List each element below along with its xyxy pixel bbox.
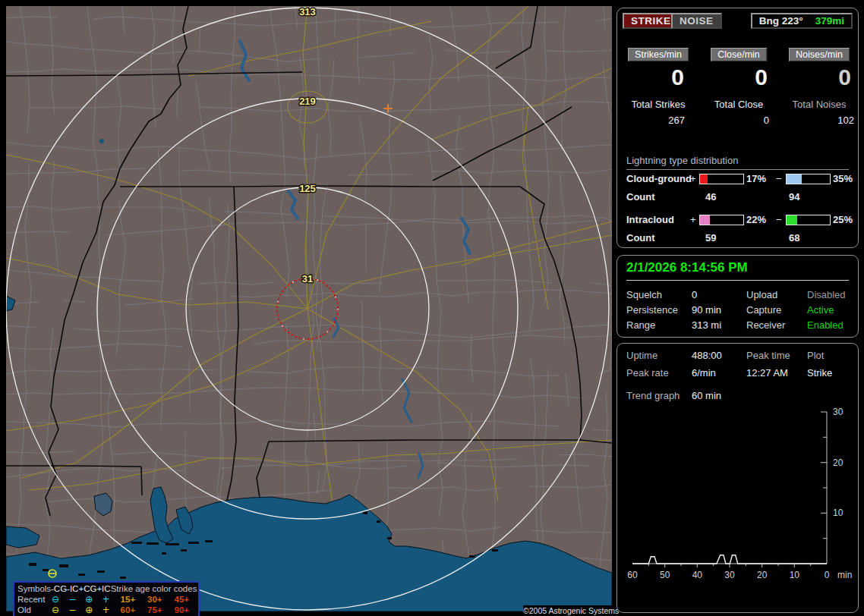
trend-graph-window: 60 min xyxy=(692,390,721,401)
legend-old-label: Old xyxy=(17,605,47,615)
nexstorm-window: { "toolbar": { "strike": "STRIKE", "nois… xyxy=(0,0,864,616)
age-30-label: 30+ xyxy=(141,594,168,605)
svg-text:40: 40 xyxy=(692,570,703,580)
intracloud-row: Intracloud + 22% − 25% xyxy=(626,214,849,226)
svg-text:30: 30 xyxy=(833,407,844,417)
total-strikes-value: 267 xyxy=(620,115,685,126)
receiver-state: Enabled xyxy=(807,319,844,331)
cloud-ground-row: Cloud-ground + 17% − 35% xyxy=(626,173,849,185)
status-panel: 2/1/2026 8:14:56 PM Squelch 0 Upload Dis… xyxy=(616,255,859,338)
neg-cg-bar-fill xyxy=(787,174,802,184)
svg-text:20: 20 xyxy=(757,570,768,580)
svg-text:50: 50 xyxy=(660,570,670,580)
neg-ic-bar-fill xyxy=(787,215,797,225)
svg-text:0: 0 xyxy=(825,570,830,580)
distribution-title: Lightning type distribution xyxy=(626,155,849,170)
cloud-ground-count-row: Count 46 94 xyxy=(626,191,849,203)
receiver-label: Receiver xyxy=(746,319,785,331)
plot-mode-value: Strike xyxy=(807,367,832,379)
trend-graph-label: Trend graph xyxy=(626,390,680,401)
map-canvas: 313 219 125 31 xyxy=(6,6,612,611)
trend-panel: Uptime 488:00 Peak time Plot Peak rate 6… xyxy=(616,343,859,613)
map-legend: Symbols -CG -IC +CG +IC Strike age color… xyxy=(13,581,200,616)
svg-text:10: 10 xyxy=(833,508,844,518)
neg-cg-bar xyxy=(786,174,831,184)
age-45-label: 45+ xyxy=(169,594,195,605)
total-noises-value: 102 xyxy=(789,115,854,126)
range-label: Range xyxy=(626,319,655,331)
intracloud-label: Intracloud xyxy=(626,214,674,225)
old-pos-cg-icon: ⊕ xyxy=(80,605,97,615)
neg-cg-pct: 35% xyxy=(833,173,853,184)
age-75-label: 75+ xyxy=(141,605,168,615)
total-strikes-label: Total Strikes xyxy=(632,99,686,110)
capture-label: Capture xyxy=(746,304,781,316)
recent-neg-cg-icon: ⊖ xyxy=(47,594,64,605)
legend-recent-label: Recent xyxy=(17,594,47,605)
recent-pos-cg-icon: ⊕ xyxy=(80,594,97,605)
plus-sign: + xyxy=(690,214,696,225)
peak-time-value: 12:27 AM xyxy=(746,367,788,379)
persistence-value: 90 min xyxy=(692,304,721,316)
bearing-distance: 379mi xyxy=(815,15,844,27)
copyright-text: ©2005 Astrogenic Systems xyxy=(523,605,618,616)
old-pos-ic-icon: + xyxy=(97,605,114,615)
close-per-min-value: 0 xyxy=(702,64,768,90)
pos-ic-pct: 22% xyxy=(746,214,766,225)
age-90-label: 90+ xyxy=(169,605,195,615)
recent-neg-ic-icon: − xyxy=(64,594,80,605)
pos-ic-bar xyxy=(699,215,744,225)
legend-header-row: Symbols -CG -IC +CG +IC Strike age color… xyxy=(17,583,195,594)
bearing-display: Bng 223°379mi xyxy=(751,13,853,29)
svg-text:10: 10 xyxy=(790,570,800,580)
minus-sign: − xyxy=(776,173,782,184)
peak-time-label: Peak time xyxy=(746,350,790,361)
peak-rate-label: Peak rate xyxy=(626,367,669,379)
strikes-per-min-header: Strikes/min xyxy=(628,48,689,61)
runtime-row: Peak rate 6/min 12:27 AM Strike xyxy=(626,367,849,382)
strikes-per-min-value: 0 xyxy=(619,64,684,90)
noises-per-min-value: 0 xyxy=(786,64,851,90)
count-label: Count xyxy=(626,232,655,244)
pos-cg-bar xyxy=(699,174,744,184)
pos-ic-count: 59 xyxy=(705,232,716,244)
cloud-ground-label: Cloud-ground xyxy=(626,173,692,184)
pos-cg-bar-fill xyxy=(700,174,708,184)
noises-per-min-header: Noises/min xyxy=(789,48,850,61)
legend-pos-ic-header: +IC xyxy=(96,583,110,594)
ring-label-219: 219 xyxy=(299,96,316,107)
age-60-label: 60+ xyxy=(115,605,141,615)
old-neg-cg-icon: ⊖ xyxy=(47,605,64,615)
total-close-label: Total Close xyxy=(714,99,763,110)
status-row: Range 313 mi Receiver Enabled xyxy=(626,319,849,335)
pos-cg-pct: 17% xyxy=(746,173,766,184)
lake xyxy=(99,139,104,143)
status-row: Persistence 90 min Capture Active xyxy=(626,304,849,319)
noise-mode-button[interactable]: NOISE xyxy=(671,13,722,29)
plus-sign: + xyxy=(690,173,696,184)
strike-trend-chart: 1020306050403020100min xyxy=(620,401,857,591)
neg-ic-bar xyxy=(786,215,831,225)
upload-label: Upload xyxy=(746,289,777,300)
plot-label: Plot xyxy=(807,350,824,361)
legend-symbols-header: Symbols xyxy=(17,583,51,594)
status-row: Squelch 0 Upload Disabled xyxy=(626,289,849,304)
count-label: Count xyxy=(626,191,655,203)
legend-pos-cg-header: +CG xyxy=(78,583,96,594)
legend-neg-cg-header: -CG xyxy=(51,583,67,594)
intracloud-count-row: Count 59 68 xyxy=(626,232,849,244)
strike-map[interactable]: 313 219 125 31 Symbols -CG -IC +CG +IC S… xyxy=(6,6,612,611)
svg-text:20: 20 xyxy=(833,457,844,468)
ring-label-125: 125 xyxy=(299,183,316,194)
persistence-label: Persistence xyxy=(626,304,678,316)
total-noises-label: Total Noises xyxy=(793,99,847,110)
pos-ic-bar-fill xyxy=(700,215,710,225)
range-value: 313 mi xyxy=(692,319,721,331)
age-15-label: 15+ xyxy=(115,594,141,605)
uptime-value: 488:00 xyxy=(692,350,722,361)
total-close-value: 0 xyxy=(704,115,769,126)
recent-pos-ic-icon: + xyxy=(97,594,114,605)
pos-cg-count: 46 xyxy=(705,191,716,203)
close-per-min-header: Close/min xyxy=(711,48,767,61)
capture-state: Active xyxy=(807,304,834,316)
